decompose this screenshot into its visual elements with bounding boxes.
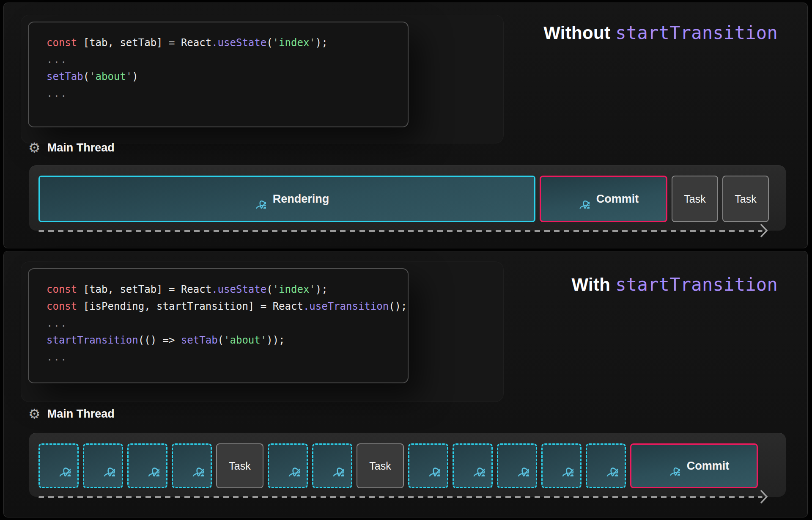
react-block [127, 443, 167, 488]
code-line: ... [47, 349, 390, 366]
code-card: const [tab, setTab] = React.useState('in… [28, 268, 409, 383]
code-line: ... [47, 51, 390, 68]
main-thread-row: ⚙ Main Thread [28, 405, 115, 422]
gear-icon: ⚙ [28, 407, 41, 421]
task-block: Task [722, 176, 769, 222]
react-atom-icon [136, 455, 159, 476]
timeline-blocks: TaskTaskCommit [38, 443, 758, 488]
main-thread-label: Main Thread [47, 141, 115, 154]
react-atom-icon [594, 455, 618, 476]
rendering-label: Rendering [273, 193, 329, 206]
timeline-blocks: RenderingCommitTaskTask [38, 176, 769, 222]
react-atom-icon [91, 455, 115, 476]
task-label: Task [369, 460, 391, 472]
react-atom-icon [461, 455, 485, 476]
react-atom-icon [276, 455, 300, 476]
react-atom-icon [505, 455, 529, 476]
code-card: const [tab, setTab] = React.useState('in… [28, 22, 409, 127]
react-atom-icon [180, 455, 204, 476]
panel-with-starttransition: const [tab, setTab] = React.useState('in… [3, 251, 808, 517]
code-line: ... [47, 85, 390, 102]
react-atom-icon [245, 189, 266, 209]
react-atom-icon [550, 455, 573, 476]
task-label: Task [229, 460, 250, 472]
task-block: Task [357, 443, 404, 488]
commit-label: Commit [596, 193, 639, 206]
timeline-axis [38, 496, 763, 498]
commit-label: Commit [687, 459, 730, 473]
react-block [38, 443, 79, 488]
react-block [541, 443, 582, 488]
panel-title-code: startTransition [615, 22, 778, 43]
timeline-axis [38, 230, 763, 232]
main-thread-row: ⚙ Main Thread [28, 139, 115, 156]
panel-title-plain: Without [543, 23, 610, 43]
rendering-block: Rendering [38, 176, 535, 222]
panel-title: WithoutstartTransition [543, 22, 778, 43]
react-atom-icon [47, 455, 71, 476]
panel-title: WithstartTransition [571, 274, 778, 295]
react-atom-icon [659, 456, 680, 476]
task-block: Task [216, 443, 263, 488]
code-line: startTransition(() => setTab('about')); [47, 332, 390, 349]
main-thread-label: Main Thread [47, 407, 115, 421]
panel-title-plain: With [571, 275, 610, 294]
code-line: const [isPending, startTransition] = Rea… [47, 298, 390, 315]
code-line: setTab('about') [47, 68, 390, 85]
react-block [497, 443, 537, 488]
task-label: Task [735, 193, 756, 205]
code-line: const [tab, setTab] = React.useState('in… [47, 34, 390, 51]
panel-title-code: startTransition [615, 274, 778, 295]
react-block [586, 443, 626, 488]
task-label: Task [684, 193, 705, 205]
react-atom-icon [568, 189, 590, 209]
task-block: Task [672, 176, 718, 222]
react-atom-icon [321, 455, 344, 476]
timeline-track: TaskTaskCommit [29, 433, 786, 497]
gear-icon: ⚙ [28, 141, 41, 154]
code-line: const [tab, setTab] = React.useState('in… [47, 281, 390, 298]
react-atom-icon [417, 455, 440, 476]
code-line: ... [47, 315, 390, 332]
react-block [453, 443, 493, 488]
react-block [172, 443, 212, 488]
react-block [312, 443, 352, 488]
panel-without-starttransition: const [tab, setTab] = React.useState('in… [3, 3, 808, 248]
axis-arrow-icon [760, 490, 768, 504]
react-block [268, 443, 308, 488]
code-block: const [tab, setTab] = React.useState('in… [47, 34, 390, 102]
code-block: const [tab, setTab] = React.useState('in… [47, 281, 390, 366]
commit-block: Commit [540, 176, 667, 222]
axis-arrow-icon [760, 223, 768, 238]
timeline-track: RenderingCommitTaskTask [29, 165, 786, 231]
react-block [83, 443, 123, 488]
react-block [408, 443, 448, 488]
commit-block: Commit [630, 443, 758, 488]
